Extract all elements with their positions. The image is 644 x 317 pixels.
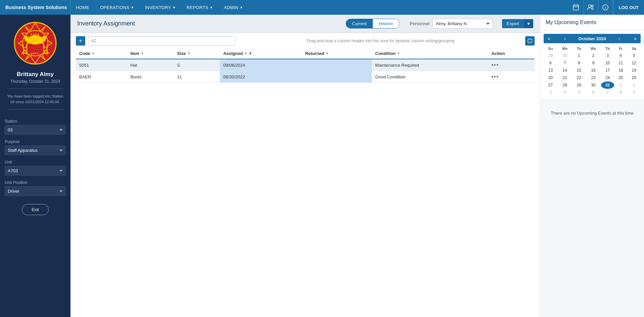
purpose-label: Purpose xyxy=(5,139,20,144)
cal-day[interactable]: 1 xyxy=(573,52,586,59)
fire-dept-logo: FIRE DEPT. xyxy=(13,21,57,65)
cal-next-btn[interactable]: › xyxy=(617,36,622,41)
cal-day[interactable]: 7 xyxy=(557,59,573,67)
unit-select[interactable]: A703 xyxy=(5,166,66,176)
cal-day[interactable]: 11 xyxy=(614,59,627,67)
cal-day[interactable]: 18 xyxy=(614,67,627,74)
nav-operations[interactable]: OPERATIONS ▼ xyxy=(95,0,139,15)
nav-inventory[interactable]: INVENTORY ▼ xyxy=(140,0,181,15)
user-date: Thursday, October 31, 2024 xyxy=(10,79,60,84)
cal-day[interactable]: 7 xyxy=(601,89,614,96)
search-input[interactable] xyxy=(97,39,233,43)
col-returned[interactable]: Returned ▼ xyxy=(302,48,372,59)
export-dropdown-button[interactable]: ▼ xyxy=(524,19,533,28)
cal-day[interactable]: 27 xyxy=(544,81,557,89)
col-code[interactable]: Code ▼ xyxy=(76,48,127,59)
cal-day[interactable]: 31 xyxy=(601,81,614,89)
calendar-icon-btn[interactable] xyxy=(569,0,584,15)
personnel-label: Personnel xyxy=(410,21,430,26)
cell-size: S xyxy=(174,59,220,71)
logged-in-message: You have been logged into Station 03 sin… xyxy=(0,93,70,105)
cal-day[interactable]: 6 xyxy=(586,89,601,96)
cal-day[interactable]: 9 xyxy=(627,89,641,96)
cal-day[interactable]: 10 xyxy=(601,59,614,67)
cal-prev-prev-btn[interactable]: « xyxy=(546,36,552,41)
cal-day[interactable]: 3 xyxy=(544,89,557,96)
cell-size: 11 xyxy=(174,71,220,83)
cal-day[interactable]: 26 xyxy=(627,74,641,81)
cal-day[interactable]: 22 xyxy=(573,74,586,81)
cal-day[interactable]: 17 xyxy=(601,67,614,74)
cell-action[interactable]: ••• xyxy=(488,59,535,71)
cal-day[interactable]: 30 xyxy=(557,52,573,59)
cal-day[interactable]: 9 xyxy=(586,59,601,67)
cal-day[interactable]: 16 xyxy=(586,67,601,74)
cal-day[interactable]: 1 xyxy=(614,81,627,89)
code-filter-icon: ▼ xyxy=(92,52,95,55)
assigned-filter-icon: ▼ xyxy=(244,52,248,55)
condition-filter-icon: ▼ xyxy=(397,52,400,55)
cal-day[interactable]: 20 xyxy=(544,74,557,81)
cal-week-row: 293012345 xyxy=(544,52,641,59)
export-button[interactable]: Export xyxy=(502,19,524,28)
cal-day[interactable]: 3 xyxy=(601,52,614,59)
cal-day[interactable]: 5 xyxy=(627,52,641,59)
cell-code: BAER xyxy=(76,71,127,83)
nav-admin[interactable]: ADMIN ▼ xyxy=(218,0,249,15)
nav-home[interactable]: HOME xyxy=(70,0,95,15)
cal-day[interactable]: 29 xyxy=(573,81,586,89)
cal-day[interactable]: 5 xyxy=(573,89,586,96)
cal-day[interactable]: 13 xyxy=(544,67,557,74)
cell-condition: Good Condition xyxy=(372,71,488,83)
col-item[interactable]: Item ▼ xyxy=(127,48,174,59)
cal-day[interactable]: 2 xyxy=(586,52,601,59)
users-icon-btn[interactable] xyxy=(584,0,598,15)
reports-arrow: ▼ xyxy=(210,6,213,9)
action-dots[interactable]: ••• xyxy=(491,74,499,79)
cal-day[interactable]: 8 xyxy=(573,59,586,67)
toggle-current[interactable]: Current xyxy=(346,19,373,28)
cal-day[interactable]: 21 xyxy=(557,74,573,81)
assigned-sort-icon: ▼ xyxy=(249,52,252,55)
exit-button[interactable]: Exit xyxy=(22,204,49,215)
cal-day[interactable]: 8 xyxy=(614,89,627,96)
station-select[interactable]: 03 xyxy=(5,125,66,135)
inventory-arrow: ▼ xyxy=(172,6,176,9)
cal-day[interactable]: 30 xyxy=(586,81,601,89)
cal-day[interactable]: 4 xyxy=(557,89,573,96)
main-layout: FIRE DEPT. Brittany Almy Thursday, Octob… xyxy=(0,15,644,317)
cal-day[interactable]: 4 xyxy=(614,52,627,59)
cal-day[interactable]: 15 xyxy=(573,67,586,74)
toggle-historic[interactable]: Historic xyxy=(373,19,399,28)
add-button[interactable]: + xyxy=(76,36,85,46)
table-row: BAER Boots 11 08/30/2022 Good Condition … xyxy=(76,71,535,83)
calendar-nav: « ‹ October 2024 › » xyxy=(544,34,641,43)
cal-next-next-btn[interactable]: » xyxy=(633,36,638,41)
logout-button[interactable]: LOG OUT xyxy=(613,0,644,15)
personnel-select[interactable]: Almy, Brittany N xyxy=(432,19,493,28)
no-events-message: There are no Upcoming Events at this tim… xyxy=(540,100,644,127)
cal-day[interactable]: 14 xyxy=(557,67,573,74)
cal-day[interactable]: 28 xyxy=(557,81,573,89)
right-panel-title: My Upcoming Events xyxy=(540,15,644,30)
action-dots[interactable]: ••• xyxy=(491,62,499,68)
col-size[interactable]: Size ▼ xyxy=(174,48,220,59)
size-filter-icon: ▼ xyxy=(187,52,191,55)
cal-day[interactable]: 19 xyxy=(627,67,641,74)
info-icon-btn[interactable] xyxy=(598,0,613,15)
cal-day[interactable]: 2 xyxy=(627,81,641,89)
nav-reports[interactable]: REPORTS ▼ xyxy=(181,0,218,15)
cal-day[interactable]: 12 xyxy=(627,59,641,67)
unit-position-select[interactable]: Driver xyxy=(5,186,66,196)
cal-day[interactable]: 24 xyxy=(601,74,614,81)
purpose-select[interactable]: Staff Apparatus xyxy=(5,145,66,155)
refresh-button[interactable] xyxy=(525,36,535,46)
col-assigned[interactable]: Assigned ▼ ▼ xyxy=(220,48,302,59)
cal-day[interactable]: 6 xyxy=(544,59,557,67)
cal-day[interactable]: 25 xyxy=(614,74,627,81)
cell-action[interactable]: ••• xyxy=(488,71,535,83)
col-condition[interactable]: Condition ▼ xyxy=(372,48,488,59)
cal-day[interactable]: 23 xyxy=(586,74,601,81)
cal-prev-btn[interactable]: ‹ xyxy=(563,36,567,41)
cal-day[interactable]: 29 xyxy=(544,52,557,59)
